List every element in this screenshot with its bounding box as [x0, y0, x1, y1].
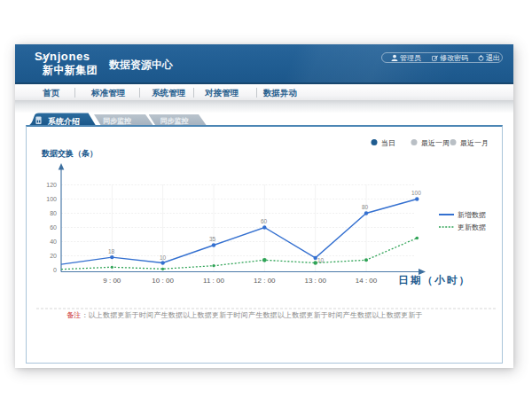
svg-text:10: 10: [317, 257, 325, 263]
svg-text:13 : 00: 13 : 00: [304, 277, 326, 285]
svg-text:35: 35: [209, 236, 216, 242]
svg-text:更新数据: 更新数据: [458, 223, 486, 231]
svg-text:100: 100: [411, 190, 421, 196]
svg-text:新增数据: 新增数据: [458, 211, 486, 219]
svg-text:数据交换（条）: 数据交换（条）: [41, 149, 98, 158]
svg-text:80: 80: [50, 210, 57, 216]
svg-text:20: 20: [50, 253, 57, 259]
svg-text:80: 80: [362, 204, 369, 210]
svg-text:40: 40: [50, 239, 57, 245]
svg-text:12 : 00: 12 : 00: [254, 277, 276, 285]
svg-text:当日: 当日: [381, 139, 395, 147]
svg-text:120: 120: [46, 182, 57, 188]
svg-text:0: 0: [53, 267, 57, 273]
svg-text:10: 10: [160, 254, 167, 261]
svg-text:10 : 00: 10 : 00: [152, 277, 174, 285]
svg-text:最近一周: 最近一周: [421, 139, 450, 147]
svg-text:9 : 00: 9 : 00: [103, 277, 121, 285]
svg-text:日期（小时）: 日期（小时）: [398, 274, 471, 286]
svg-text:最近一月: 最近一月: [460, 139, 489, 147]
svg-text:100: 100: [46, 196, 57, 202]
svg-text:14 : 00: 14 : 00: [356, 277, 378, 285]
svg-text:11 : 00: 11 : 00: [203, 277, 224, 285]
svg-text:18: 18: [108, 248, 115, 254]
svg-text:60: 60: [261, 218, 268, 224]
svg-text:60: 60: [50, 224, 57, 231]
